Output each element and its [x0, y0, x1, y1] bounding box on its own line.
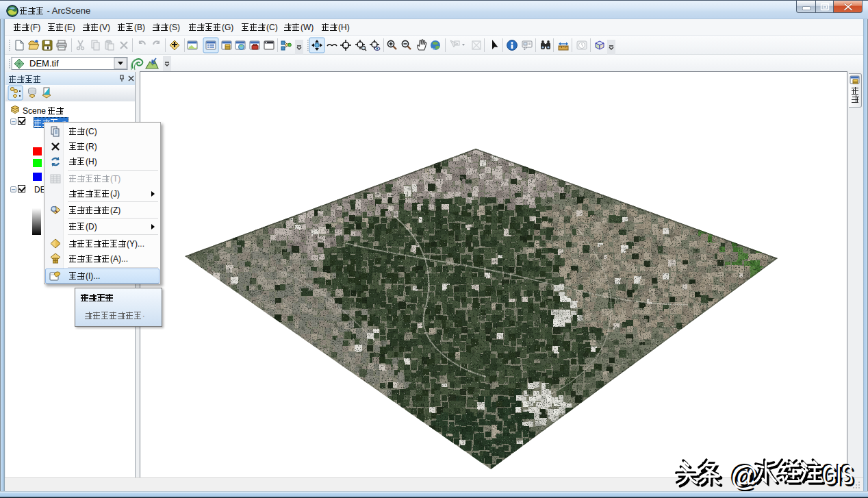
- svg-text:@: @: [730, 461, 758, 491]
- svg-text:DEM.tif: DEM.tif: [29, 58, 59, 69]
- svg-text:GIS: GIS: [822, 459, 853, 490]
